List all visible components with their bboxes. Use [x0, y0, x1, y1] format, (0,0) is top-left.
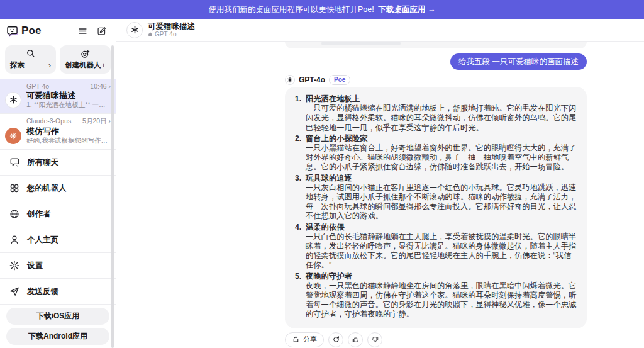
sidebar-header: Poe [0, 19, 116, 43]
refresh-icon [332, 335, 340, 344]
poe-badge[interactable]: Poe [329, 75, 350, 85]
chat-time: 10:46 › [90, 82, 111, 90]
gpt4o-avatar [5, 92, 21, 108]
chat-item-cute-cat[interactable]: GPT-4o 10:46 › 可爱猫咪描述 1. **阳光洒在地板上** 一只可… [0, 79, 116, 114]
chat-header-bot-name: GPT-4o [155, 31, 176, 38]
nav-label: 设置 [27, 261, 43, 271]
plus-icon: + [101, 61, 106, 70]
item-text: 一只小黑猫站在窗台上，好奇地望着窗外的世界。它的眼睛瞪得大大的，充满了对外界的好… [306, 143, 577, 172]
share-icon [292, 335, 300, 344]
bot-message: 1. 阳光洒在地板上一只可爱的橘猫蜷缩在阳光洒满的地板上，舒服地打着盹。它的毛发… [285, 87, 587, 328]
nav-label: 创作者 [27, 209, 51, 220]
thumbs-down-button[interactable] [367, 332, 382, 347]
chats-icon [9, 157, 20, 168]
top-banner: 使用我们新的桌面应用程序可以更快地打开Poe! 下载桌面应用 → [0, 0, 644, 19]
bots-grid-icon [9, 182, 20, 194]
previous-message-content [321, 42, 401, 45]
item-text: 夜晚，一只黑色的猫咪静静地坐在房间的角落里，眼睛在黑暗中闪烁着微光。它警觉地观察… [306, 281, 577, 320]
item-text: 一只可爱的橘猫蜷缩在阳光洒满的地板上，舒服地打着盹。它的毛发在阳光下闪闪发光，显… [306, 104, 577, 133]
sidebar-item-send-feedback[interactable]: 发送反馈 [0, 279, 116, 305]
explore-label: 探索 [10, 60, 25, 70]
nav-label: 发送反馈 [27, 286, 58, 297]
claude-avatar [5, 128, 21, 144]
banner-text: 使用我们新的桌面应用程序可以更快地打开Poe! [208, 4, 374, 15]
poe-logo-icon [6, 25, 18, 37]
search-icon [10, 48, 51, 59]
sidebar: Poe 探索 › [0, 19, 116, 348]
bot-message-header: GPT-4o Poe [285, 75, 587, 84]
sidebar-item-your-bots[interactable]: 您的机器人 [0, 176, 116, 201]
share-button[interactable]: 分享 [285, 332, 324, 347]
paper-plane-icon [9, 286, 20, 297]
bot-mini-icon [148, 32, 153, 37]
nav-label: 个人主页 [27, 235, 58, 245]
list-item: 5. 夜晚的守护者夜晚，一只黑色的猫咪静静地坐在房间的角落里，眼睛在黑暗中闪烁着… [295, 272, 577, 320]
list-item: 4. 温柔的依偎一只白色的长毛猫静静地躺在主人腿上，享受着被抚摸的温柔时光。它的… [295, 223, 577, 271]
profile-icon [9, 234, 20, 245]
chat-bot-name: GPT-4o [26, 82, 49, 90]
brand-name: Poe [21, 25, 42, 37]
chat-header: 可爱猫咪描述 GPT-4o [116, 19, 644, 42]
compose-icon[interactable] [96, 26, 107, 36]
chat-preview: 好的,我尝试根据您的写作风格,创作一… [26, 137, 109, 145]
item-title: 阳光洒在地板上 [306, 94, 577, 104]
poe-app: Poe 探索 › [0, 19, 644, 348]
sidebar-item-profile[interactable]: 个人主页 [0, 227, 116, 253]
thumbs-up-icon [352, 335, 360, 344]
bot-name: GPT-4o [299, 76, 325, 84]
item-title: 温柔的依偎 [306, 223, 577, 232]
gear-icon [9, 260, 20, 271]
message-thread: 给我五段 一只可爱猫咪的画面描述 GPT-4o Poe 1. 阳光洒在地板上一只… [285, 42, 587, 347]
sidebar-item-all-chats[interactable]: 所有聊天 [0, 150, 116, 176]
chat-preview: 1. **阳光洒在地板上** 一只可爱的橘… [26, 101, 109, 109]
list-item: 1. 阳光洒在地板上一只可爱的橘猫蜷缩在阳光洒满的地板上，舒服地打着盹。它的毛发… [295, 94, 577, 133]
create-bot-button[interactable]: 创建机器人 + [60, 45, 111, 74]
retry-button[interactable] [328, 332, 343, 347]
explore-button[interactable]: 探索 › [5, 45, 56, 74]
item-title: 夜晚的守护者 [306, 272, 577, 281]
create-bot-label: 创建机器人 [65, 60, 101, 70]
nav-label: 您的机器人 [27, 183, 67, 194]
bot-plus-icon [65, 48, 106, 59]
item-text: 一只白色的长毛猫静静地躺在主人腿上，享受着被抚摸的温柔时光。它的眼睛半眯着，发出… [306, 232, 577, 271]
list-item: 3. 玩具球的追逐一只灰白相间的小猫正在客厅里追逐一个红色的小玩具球。它灵巧地跳… [295, 174, 577, 222]
chevron-right-icon: › [109, 117, 111, 125]
creators-icon [9, 208, 20, 220]
page-title: 可爱猫咪描述 [148, 22, 195, 31]
thumbs-down-icon [371, 335, 379, 344]
nav-label: 所有聊天 [27, 157, 58, 168]
user-message: 给我五段 一只可爱猫咪的画面描述 [450, 53, 587, 70]
menu-icon[interactable] [77, 26, 88, 36]
banner-download-link[interactable]: 下载桌面应用 → [379, 4, 436, 15]
share-label: 分享 [303, 335, 317, 344]
item-text: 一只灰白相间的小猫正在客厅里追逐一个红色的小玩具球。它灵巧地跳跃，迅速地转身，试… [306, 183, 577, 222]
item-title: 玩具球的追逐 [306, 174, 577, 183]
chat-title: 模仿写作 [26, 126, 109, 137]
poe-brand[interactable]: Poe [6, 25, 42, 37]
sidebar-item-settings[interactable]: 设置 [0, 253, 116, 279]
chat-item-imitation-writing[interactable]: Claude-3-Opus 5月20日 › 模仿写作 好的,我尝试根据您的写作风… [0, 114, 116, 150]
chevron-right-icon: › [48, 61, 51, 70]
sidebar-item-creators[interactable]: 创作者 [0, 201, 116, 227]
thumbs-up-button[interactable] [348, 332, 363, 347]
chevron-right-icon: › [109, 82, 111, 90]
sidebar-scrollbar[interactable] [111, 45, 114, 348]
chat-title: 可爱猫咪描述 [26, 91, 109, 101]
chat-bot-name: Claude-3-Opus [26, 117, 71, 126]
chat-main: 可爱猫咪描述 GPT-4o 给我五段 一只可爱猫咪的画面描述 [116, 19, 644, 348]
download-android-button[interactable]: 下载Android应用 [6, 328, 109, 345]
chat-header-avatar [126, 22, 143, 38]
download-ios-button[interactable]: 下载iOS应用 [6, 308, 109, 325]
previous-message-partial [285, 42, 587, 48]
item-title: 窗台上的小探险家 [306, 134, 577, 143]
gpt4o-avatar [285, 75, 295, 85]
message-actions: 分享 [285, 332, 587, 347]
chat-time: 5月20日 › [82, 117, 111, 126]
list-item: 2. 窗台上的小探险家一只小黑猫站在窗台上，好奇地望着窗外的世界。它的眼睛瞪得大… [295, 134, 577, 172]
